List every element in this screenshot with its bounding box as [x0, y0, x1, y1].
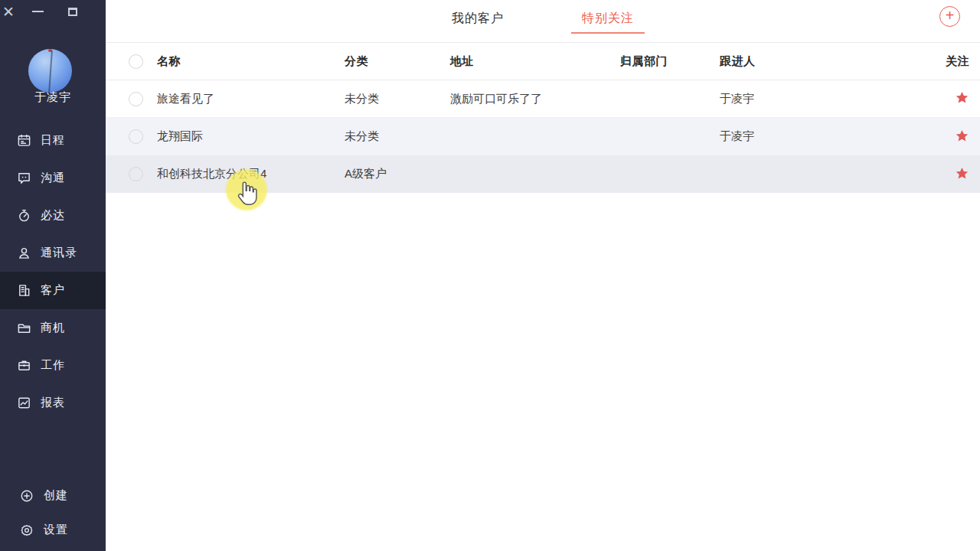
column-header: 地址: [446, 54, 616, 69]
sidebar-item-label: 日程: [41, 133, 65, 148]
row-checkbox[interactable]: [129, 92, 143, 106]
cell-category: 未分类: [341, 129, 446, 144]
topbar: 我的客户特别关注 +: [106, 0, 980, 43]
contacts-icon: [17, 246, 31, 260]
sidebar-item-label: 报表: [41, 396, 65, 410]
add-customer-button[interactable]: +: [939, 6, 960, 27]
avatar[interactable]: [28, 49, 72, 93]
sidebar-item-label: 必达: [41, 208, 65, 223]
select-all-checkbox[interactable]: [129, 54, 143, 69]
sidebar-item-chat[interactable]: 沟通: [0, 159, 106, 197]
cell-name: 旅途看见了: [153, 92, 341, 106]
tab-bar: 我的客户特别关注: [106, 0, 980, 43]
column-header: 名称: [153, 54, 341, 69]
table-row[interactable]: 龙翔国际未分类于凌宇: [106, 118, 980, 155]
star-icon[interactable]: [955, 129, 969, 143]
star-icon[interactable]: [955, 166, 969, 181]
sidebar-footer: 创建设置: [0, 478, 106, 547]
sidebar-item-label: 创建: [44, 488, 68, 503]
sidebar-item-bida[interactable]: 必达: [0, 197, 106, 234]
chat-icon: [17, 171, 31, 185]
sidebar-item-schedule[interactable]: 日程: [0, 122, 106, 159]
plus-circle-icon: [20, 489, 34, 503]
maximize-icon[interactable]: [64, 3, 81, 20]
sidebar-item-label: 设置: [44, 523, 68, 537]
sidebar-item-create[interactable]: 创建: [0, 478, 106, 513]
minimize-icon[interactable]: [29, 3, 46, 20]
sidebar-item-contacts[interactable]: 通讯录: [0, 234, 106, 272]
gear-icon: [20, 523, 34, 537]
sidebar-item-label: 工作: [41, 358, 65, 373]
row-checkbox[interactable]: [129, 129, 143, 144]
stopwatch-icon: [17, 208, 31, 223]
tab-special-focus[interactable]: 特别关注: [571, 11, 645, 34]
sidebar-item-settings[interactable]: 设置: [0, 513, 106, 547]
sidebar-item-reports[interactable]: 报表: [0, 384, 106, 422]
hand-cursor-icon: [234, 181, 259, 208]
column-header: 跟进人: [716, 54, 880, 69]
table-row[interactable]: 旅途看见了未分类激励可口可乐了了于凌宇: [106, 80, 980, 118]
star-icon[interactable]: [955, 90, 969, 105]
main-panel: 我的客户特别关注 + 名称分类地址归属部门跟进人关注 旅途看见了未分类激励可口可…: [106, 0, 980, 551]
building-icon: [17, 283, 31, 298]
briefcase-icon: [17, 358, 31, 373]
calendar-icon: [17, 133, 31, 148]
cell-follower: 于凌宇: [716, 92, 880, 106]
close-icon[interactable]: ✕: [0, 3, 17, 20]
sidebar: ✕ 于凌宇 日程沟通必达通讯录客户商机工作报表 创建设置: [0, 0, 106, 551]
tab-my-customers[interactable]: 我的客户: [441, 11, 514, 34]
column-header: 分类: [341, 54, 446, 69]
sidebar-item-label: 商机: [41, 321, 65, 335]
folder-icon: [17, 321, 31, 335]
sidebar-item-customers[interactable]: 客户: [0, 272, 106, 309]
cell-category: A级客户: [341, 167, 446, 181]
row-checkbox[interactable]: [129, 167, 143, 181]
table-header: 名称分类地址归属部门跟进人关注: [106, 44, 980, 80]
cell-address: 激励可口可乐了了: [446, 92, 616, 106]
sidebar-item-label: 沟通: [41, 171, 65, 185]
sidebar-item-label: 客户: [41, 283, 65, 298]
cell-follower: 于凌宇: [716, 129, 880, 144]
sidebar-menu: 日程沟通必达通讯录客户商机工作报表: [0, 122, 106, 422]
cell-name: 龙翔国际: [153, 129, 341, 144]
sidebar-item-deals[interactable]: 商机: [0, 309, 106, 347]
window-controls: ✕: [0, 3, 106, 21]
sidebar-item-work[interactable]: 工作: [0, 347, 106, 384]
sidebar-item-label: 通讯录: [41, 246, 77, 260]
column-header: 归属部门: [616, 54, 716, 69]
column-header: 关注: [880, 54, 980, 69]
chart-icon: [17, 396, 31, 410]
cell-category: 未分类: [341, 92, 446, 106]
user-name: 于凌宇: [0, 90, 106, 105]
